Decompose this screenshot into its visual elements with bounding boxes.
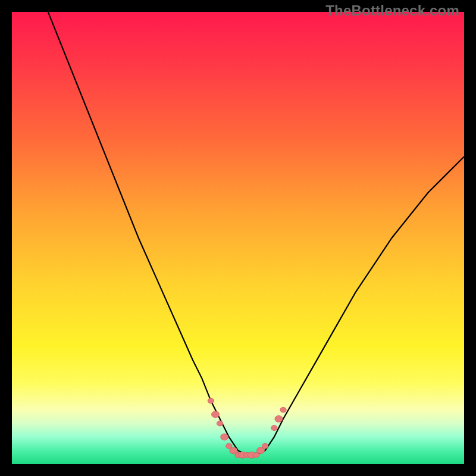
marker-layer: [12, 12, 464, 464]
watermark-label: TheBottleneck.com: [325, 2, 459, 19]
curve-marker: [212, 411, 220, 418]
curve-marker: [208, 398, 214, 403]
plot-area: [12, 12, 464, 464]
marker-group: [208, 398, 286, 458]
curve-marker: [217, 421, 223, 426]
curve-marker: [271, 425, 277, 431]
curve-marker: [221, 434, 228, 440]
chart-frame: TheBottleneck.com: [0, 0, 476, 476]
curve-marker: [275, 416, 283, 422]
curve-marker: [280, 407, 286, 412]
curve-marker: [262, 443, 268, 449]
